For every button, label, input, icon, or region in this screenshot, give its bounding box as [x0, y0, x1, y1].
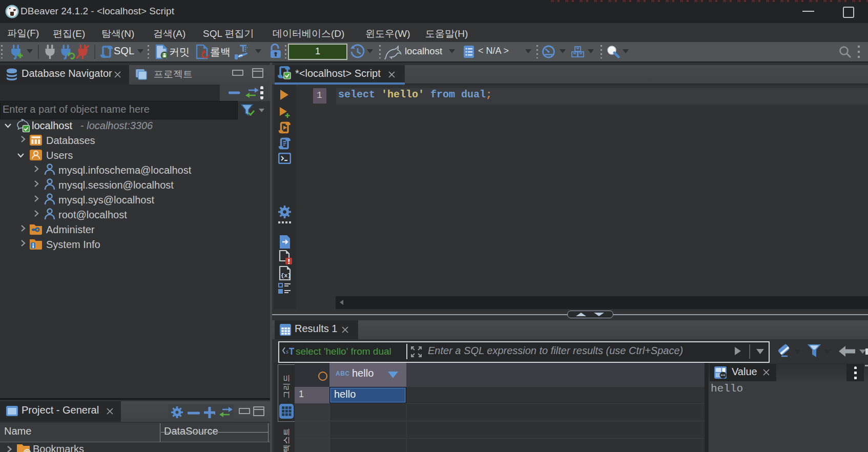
svg-text:{x}: {x} — [281, 273, 291, 279]
svg-text:s: s — [286, 347, 288, 355]
